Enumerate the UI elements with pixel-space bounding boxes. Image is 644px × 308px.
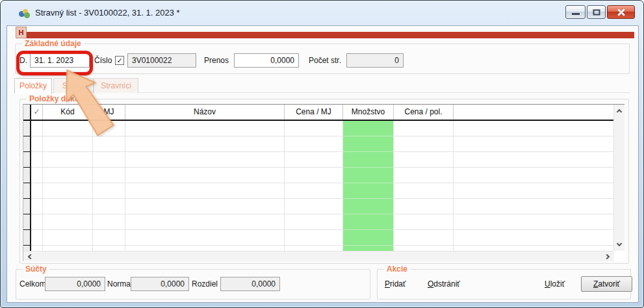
table-cell[interactable] (394, 183, 454, 199)
cislo-checkbox[interactable]: ✓ (115, 56, 124, 65)
ulozit-button[interactable]: Uložiť (545, 277, 565, 291)
tab-strava[interactable]: Strava (53, 78, 94, 93)
row-selector-cell[interactable] (23, 230, 31, 246)
table-cell[interactable] (343, 152, 394, 168)
minimize-button[interactable] (565, 5, 586, 19)
table-cell[interactable] (394, 246, 454, 251)
table-cell[interactable] (43, 152, 93, 168)
table-cell[interactable] (394, 121, 454, 136)
table-cell[interactable] (394, 152, 454, 168)
table-cell[interactable] (394, 230, 454, 246)
table-cell[interactable] (125, 136, 285, 152)
table-cell[interactable] (343, 183, 394, 199)
table-cell[interactable] (43, 214, 93, 230)
table-cell[interactable] (43, 246, 93, 251)
table-cell[interactable] (125, 121, 285, 136)
table-cell[interactable] (343, 246, 394, 251)
table-cell[interactable] (93, 214, 125, 230)
table-cell[interactable] (125, 168, 285, 183)
table-cell[interactable] (43, 230, 93, 246)
scroll-left-icon[interactable] (24, 251, 34, 262)
zatvorit-button[interactable]: Zatvoriť (581, 276, 632, 292)
row-selector-cell[interactable] (23, 121, 31, 136)
table-cell[interactable] (285, 199, 343, 214)
header-cell-2[interactable]: MJ (93, 105, 125, 120)
table-cell[interactable] (285, 136, 343, 152)
table-cell[interactable] (31, 152, 43, 168)
table-cell[interactable] (125, 230, 285, 246)
tab-stravnici[interactable]: Stravníci (94, 78, 138, 93)
table-cell[interactable] (394, 199, 454, 214)
table-cell[interactable] (43, 168, 93, 183)
row-selector-cell[interactable] (23, 183, 31, 199)
table-cell[interactable] (31, 214, 43, 230)
table-cell[interactable] (394, 136, 454, 152)
table-cell[interactable] (343, 136, 394, 152)
row-selector-cell[interactable] (23, 199, 31, 214)
table-cell[interactable] (31, 199, 43, 214)
table-cell[interactable] (343, 199, 394, 214)
header-cell-0[interactable]: ✓ (31, 105, 43, 120)
table-cell[interactable] (394, 168, 454, 183)
table-cell[interactable] (285, 168, 343, 183)
tab-polozky[interactable]: Položky (14, 78, 52, 94)
row-selector-cell[interactable] (23, 168, 31, 183)
pridat-button[interactable]: Pridať (385, 277, 406, 291)
table-cell[interactable] (43, 121, 93, 136)
table-cell[interactable] (93, 121, 125, 136)
table-cell[interactable] (93, 199, 125, 214)
table-cell[interactable] (125, 246, 285, 251)
table-cell[interactable] (343, 214, 394, 230)
title-bar[interactable]: Stravný list - 3V0100022, 31. 1. 2023 * (1, 1, 643, 25)
table-cell[interactable] (43, 199, 93, 214)
vertical-scrollbar[interactable] (613, 105, 625, 251)
table-cell[interactable] (125, 183, 285, 199)
table-cell[interactable] (93, 152, 125, 168)
table-cell[interactable] (93, 136, 125, 152)
table-cell[interactable] (125, 214, 285, 230)
header-cell-4[interactable]: Cena / MJ (285, 105, 343, 120)
table-cell[interactable] (125, 152, 285, 168)
scroll-down-icon[interactable] (614, 240, 625, 250)
table-cell[interactable] (125, 199, 285, 214)
horizontal-scrollbar[interactable] (23, 251, 614, 261)
table-cell[interactable] (285, 230, 343, 246)
table-cell[interactable] (43, 136, 93, 152)
table-cell[interactable] (31, 168, 43, 183)
row-selector-cell[interactable] (23, 136, 31, 152)
table-cell[interactable] (394, 214, 454, 230)
table-cell[interactable] (31, 183, 43, 199)
h-toolbar-button[interactable]: H (16, 27, 27, 38)
table-cell[interactable] (43, 183, 93, 199)
table-cell[interactable] (93, 230, 125, 246)
row-selector-cell[interactable] (23, 152, 31, 168)
table-cell[interactable] (93, 246, 125, 251)
table-cell[interactable] (343, 121, 394, 136)
header-cell-6[interactable]: Cena / pol. (394, 105, 454, 120)
table-cell[interactable] (285, 121, 343, 136)
table-cell[interactable] (93, 183, 125, 199)
row-selector-cell[interactable] (23, 246, 31, 251)
maximize-button[interactable] (587, 5, 606, 19)
table-cell[interactable] (31, 136, 43, 152)
table-cell[interactable] (285, 214, 343, 230)
table-cell[interactable] (31, 121, 43, 136)
prenos-input[interactable]: 0,0000 (234, 53, 299, 68)
table-cell[interactable] (31, 230, 43, 246)
header-cell-5[interactable]: Množstvo (343, 105, 394, 120)
row-selector-cell[interactable] (23, 214, 31, 230)
date-input[interactable]: 31. 1. 2023 (30, 53, 90, 68)
table-cell[interactable] (285, 246, 343, 251)
table-cell[interactable] (285, 152, 343, 168)
header-cell-3[interactable]: Názov (125, 105, 285, 120)
close-button[interactable] (607, 5, 635, 19)
scroll-right-icon[interactable] (603, 251, 613, 262)
table-cell[interactable] (343, 168, 394, 183)
table-cell[interactable] (343, 230, 394, 246)
odstranit-button[interactable]: Odstrániť (428, 277, 460, 291)
table-cell[interactable] (93, 168, 125, 183)
scroll-up-icon[interactable] (614, 105, 625, 116)
table-cell[interactable] (31, 246, 43, 251)
header-cell-1[interactable]: Kód (43, 105, 93, 120)
table-cell[interactable] (285, 183, 343, 199)
